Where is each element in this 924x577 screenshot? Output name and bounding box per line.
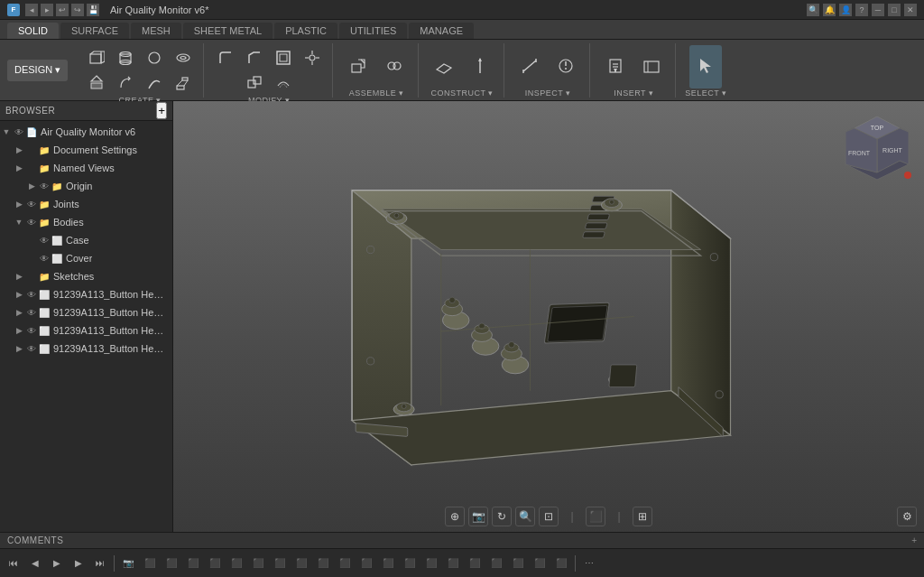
vp-grid-btn[interactable]: ⊞ [633,507,652,526]
tab-utilities[interactable]: UTILITIES [339,23,407,39]
tree-expand-origin[interactable]: ▶ [25,180,38,192]
toolbar-redo[interactable]: ↪ [71,4,84,16]
inspect-measure-btn[interactable] [513,45,546,88]
tree-expand-comp4[interactable]: ▶ [13,342,25,355]
vp-origin-btn[interactable]: ⊕ [445,507,465,526]
tree-item-comp2[interactable]: ▶ 👁 ⬜ 91239A113_Button Head Hex C... [0,303,172,321]
toolbar-small-16[interactable]: ⬛ [443,554,463,573]
maximize-btn[interactable]: □ [888,4,901,16]
toolbar-small-8[interactable]: ⬛ [270,554,290,573]
playback-end-btn[interactable]: ⏭ [90,554,110,573]
tree-eye-comp2[interactable]: 👁 [25,306,38,319]
tree-expand-comp2[interactable]: ▶ [13,306,25,319]
minimize-btn[interactable]: ─ [872,4,884,16]
toolbar-small-19[interactable]: ⬛ [508,554,528,573]
insert-canvas-btn[interactable] [635,45,668,88]
toolbar-small-22[interactable]: ⋯ [579,554,599,573]
tree-item-bodies[interactable]: ▼ 👁 📁 Bodies [0,213,172,231]
tree-expand-sketches[interactable]: ▶ [13,270,25,283]
toolbar-small-13[interactable]: ⬛ [378,554,398,573]
toolbar-small-2[interactable]: ⬛ [140,554,160,573]
tree-expand-bodies[interactable]: ▼ [13,216,25,228]
inspect-analysis-btn[interactable] [550,45,582,88]
tree-item-comp1[interactable]: ▶ 👁 ⬜ 91239A113_Button Head Hex C... [0,285,172,303]
tree-item-joints[interactable]: ▶ 👁 📁 Joints [0,195,172,213]
toolbar-small-20[interactable]: ⬛ [530,554,550,573]
toolbar-small-10[interactable]: ⬛ [313,554,333,573]
select-select-btn[interactable] [689,45,722,88]
modify-offset-btn[interactable] [271,70,296,96]
toolbar-small-5[interactable]: ⬛ [205,554,225,573]
tree-expand-doc-settings[interactable]: ▶ [13,144,25,156]
toolbar-small-17[interactable]: ⬛ [465,554,485,573]
tree-expand-comp3[interactable]: ▶ [13,324,25,337]
tree-item-doc-settings[interactable]: ▶ 👁 📁 Document Settings [0,141,172,159]
viewport[interactable]: TOP RIGHT FRONT [173,101,924,532]
toolbar-small-7[interactable]: ⬛ [248,554,268,573]
tree-eye-cover[interactable]: 👁 [38,252,51,265]
vp-settings-btn[interactable]: ⚙ [897,507,917,526]
tree-item-origin[interactable]: ▶ 👁 📁 Origin [0,177,172,195]
tab-mesh[interactable]: MESH [131,23,181,39]
tree-item-named-views[interactable]: ▶ 👁 📁 Named Views [0,159,172,177]
vp-zoom-btn[interactable]: 🔍 [515,507,535,526]
toolbar-small-15[interactable]: ⬛ [421,554,441,573]
tree-eye-joints[interactable]: 👁 [25,198,38,210]
tree-item-case[interactable]: 👁 ⬜ Case [0,231,172,249]
browser-content[interactable]: ▼ 👁 📄 Air Quality Monitor v6 ▶ 👁 📁 Docum… [0,121,172,532]
tree-item-sketches[interactable]: ▶ 👁 📁 Sketches [0,267,172,285]
tree-expand-named-views[interactable]: ▶ [13,162,25,174]
tree-eye-bodies[interactable]: 👁 [25,216,38,228]
assemble-joint-btn[interactable] [378,45,411,88]
notify-btn[interactable]: 🔔 [823,4,836,16]
toolbar-small-18[interactable]: ⬛ [486,554,506,573]
tree-item-comp4[interactable]: ▶ 👁 ⬜ 91239A113_Button Head Hex C... [0,340,172,358]
account-btn[interactable]: 👤 [839,4,852,16]
create-revolve-btn[interactable] [113,70,138,96]
toolbar-small-9[interactable]: ⬛ [291,554,311,573]
vp-zoomfit-btn[interactable]: ⊡ [539,507,559,526]
toolbar-small-21[interactable]: ⬛ [551,554,571,573]
playback-next-btn[interactable]: ▶ [69,554,88,573]
insert-insert-btn[interactable] [599,45,632,88]
toolbar-small-4[interactable]: ⬛ [183,554,203,573]
toolbar-small-11[interactable]: ⬛ [335,554,355,573]
tab-manage[interactable]: MANAGE [409,23,474,39]
create-torus-btn[interactable] [171,45,196,70]
tab-sheet-metal[interactable]: SHEET METAL [183,23,273,39]
vp-orbit-btn[interactable]: ↻ [492,507,512,526]
browser-collapse-btn[interactable]: + [156,102,167,119]
tree-eye-comp1[interactable]: 👁 [25,288,38,301]
close-btn[interactable]: ✕ [904,4,917,16]
playback-play-btn[interactable]: ▶ [47,554,67,573]
create-extrude-btn[interactable] [84,70,109,96]
help-btn[interactable]: ? [855,4,868,16]
toolbar-small-3[interactable]: ⬛ [162,554,181,573]
tab-plastic[interactable]: PLASTIC [274,23,337,39]
tree-eye-comp3[interactable]: 👁 [25,324,38,337]
create-sweep-btn[interactable] [142,70,167,96]
vp-camera-btn[interactable]: 📷 [468,507,488,526]
tree-expand-comp1[interactable]: ▶ [13,288,25,301]
tree-eye-root[interactable]: 👁 [13,126,25,138]
modify-scale-btn[interactable] [300,45,325,70]
create-sphere-btn[interactable] [142,45,167,70]
tree-item-root[interactable]: ▼ 👁 📄 Air Quality Monitor v6 [0,123,172,141]
tree-expand-joints[interactable]: ▶ [13,198,25,210]
modify-shell-btn[interactable] [271,45,296,70]
search-btn[interactable]: 🔍 [807,4,819,16]
tab-surface[interactable]: SURFACE [60,23,129,39]
comments-expand-btn[interactable]: + [911,535,917,545]
assemble-new-comp-btn[interactable] [342,45,374,88]
tree-expand-root[interactable]: ▼ [0,126,13,138]
toolbar-small-1[interactable]: 📷 [118,554,138,573]
construct-axis-btn[interactable] [464,45,496,88]
construct-plane-btn[interactable] [428,45,460,88]
create-loft-btn[interactable] [171,70,196,96]
toolbar-back[interactable]: ◂ [25,4,38,16]
modify-fillet-btn[interactable] [213,45,238,70]
toolbar-small-6[interactable]: ⬛ [226,554,246,573]
playback-prev-btn[interactable]: ◀ [25,554,45,573]
tree-eye-origin[interactable]: 👁 [38,180,51,192]
create-cyl-btn[interactable] [113,45,138,70]
